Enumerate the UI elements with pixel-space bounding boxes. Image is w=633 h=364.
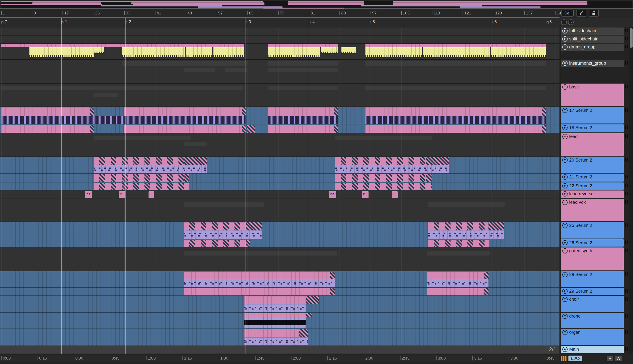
clip-segment[interactable] bbox=[366, 116, 546, 124]
track-header-drone[interactable]: ▼drone bbox=[561, 313, 624, 328]
locator-marker-2[interactable]: ▷2 bbox=[125, 19, 131, 24]
track-lane-26-serum-2[interactable] bbox=[0, 239, 560, 247]
clip-segment[interactable] bbox=[184, 272, 330, 279]
track-header-26-serum-2[interactable]: ▶26 Serum 2 bbox=[561, 239, 624, 247]
clip-segment[interactable] bbox=[484, 272, 488, 279]
vertical-scrollbar[interactable] bbox=[630, 28, 633, 354]
clip-labeled[interactable]: ir bbox=[362, 191, 368, 198]
track-lane-main[interactable] bbox=[0, 346, 560, 354]
fold-circle-icon[interactable]: ▼ bbox=[562, 223, 568, 228]
track-lane-22-serum-2[interactable] bbox=[0, 182, 560, 190]
clip-segment[interactable] bbox=[184, 174, 189, 182]
track-lane-organ[interactable] bbox=[0, 329, 560, 346]
clip-segment[interactable] bbox=[184, 157, 207, 165]
clip-segment[interactable] bbox=[184, 68, 215, 72]
arrangement-overview[interactable] bbox=[0, 0, 633, 9]
track-header-main[interactable]: ▶Main bbox=[561, 346, 624, 353]
locator-bar[interactable]: ▷7▷1▷2▷3▷4▷5▷6◁8 bbox=[0, 18, 560, 28]
clip-segment[interactable] bbox=[268, 116, 338, 124]
playback-speed-field[interactable]: 1.00x bbox=[568, 356, 582, 361]
track-lane-lead[interactable] bbox=[0, 133, 560, 156]
clip-segment[interactable] bbox=[268, 47, 320, 57]
clip-segment[interactable] bbox=[428, 222, 488, 230]
clip-segment[interactable] bbox=[427, 288, 484, 296]
clip-segment[interactable] bbox=[184, 230, 262, 239]
delete-button[interactable]: Del bbox=[561, 10, 574, 17]
clip-segment[interactable] bbox=[94, 183, 189, 190]
fold-circle-icon[interactable]: ▼ bbox=[562, 297, 568, 302]
track-header-drums-group[interactable]: ≡drums_group bbox=[561, 44, 624, 59]
clip-segment[interactable] bbox=[225, 68, 247, 72]
track-lane-18-serum-2[interactable] bbox=[0, 124, 560, 133]
clip-segment[interactable] bbox=[184, 222, 246, 230]
clip-segment[interactable] bbox=[94, 165, 207, 173]
clip-segment[interactable] bbox=[1, 107, 90, 116]
group-circle-icon[interactable]: ≡ bbox=[562, 84, 568, 90]
clip-segment[interactable] bbox=[423, 47, 490, 57]
clip-segment[interactable] bbox=[428, 202, 504, 207]
track-header-lead[interactable]: ≡lead bbox=[561, 133, 624, 156]
track-lane-drums-group[interactable] bbox=[0, 44, 560, 60]
clip-segment[interactable] bbox=[1, 44, 244, 47]
track-lane-lead-vox[interactable] bbox=[0, 199, 560, 222]
clip-segment[interactable] bbox=[124, 107, 242, 116]
clip-segment[interactable] bbox=[366, 61, 546, 66]
clip-segment[interactable] bbox=[426, 157, 449, 165]
clip-segment[interactable] bbox=[268, 86, 338, 90]
group-circle-icon[interactable]: ≡ bbox=[562, 134, 568, 139]
track-lane-bass[interactable] bbox=[0, 84, 560, 107]
play-circle-icon[interactable]: ▶ bbox=[562, 191, 568, 197]
track-header-full-sidechain[interactable]: ▶full_sidechain bbox=[561, 28, 624, 35]
clip-segment[interactable] bbox=[184, 279, 335, 287]
fold-circle-icon[interactable]: ▼ bbox=[562, 314, 568, 319]
track-header-instruments-group[interactable]: ≡instruments_group bbox=[561, 60, 624, 83]
track-header-organ[interactable]: ▼organ bbox=[561, 329, 624, 345]
clip-segment[interactable] bbox=[268, 68, 338, 72]
clip-segment[interactable] bbox=[268, 125, 334, 133]
clip-segment[interactable] bbox=[321, 47, 338, 53]
clip-segment[interactable] bbox=[213, 47, 244, 57]
clip-segment[interactable] bbox=[94, 47, 104, 53]
clip-segment[interactable] bbox=[246, 240, 250, 247]
clip-segment[interactable] bbox=[330, 272, 335, 279]
draw-mode-button[interactable] bbox=[576, 10, 586, 17]
track-lane-split-sidechain[interactable] bbox=[0, 36, 560, 44]
track-lane-lead-reverse[interactable]: insiriinsiri bbox=[0, 190, 560, 199]
clip-segment[interactable] bbox=[306, 296, 319, 304]
clip-segment[interactable] bbox=[186, 47, 212, 57]
group-circle-icon[interactable]: ≡ bbox=[562, 60, 568, 66]
track-header-lead-reverse[interactable]: ▶lead reverse bbox=[561, 190, 624, 198]
track-header-gated-synth[interactable]: ≡gated synth bbox=[561, 247, 624, 270]
clip-segment[interactable] bbox=[246, 222, 262, 230]
clip-segment[interactable] bbox=[542, 107, 546, 116]
clip-segment[interactable] bbox=[242, 125, 246, 133]
clip-segment[interactable] bbox=[334, 107, 338, 116]
track-header-28-serum-2[interactable]: ▼28 Serum 2 bbox=[561, 271, 624, 287]
clip-segment[interactable] bbox=[366, 44, 546, 47]
clip-segment[interactable] bbox=[491, 47, 546, 57]
track-lane-instruments-group[interactable] bbox=[0, 60, 560, 84]
locator-marker-5[interactable]: ▷5 bbox=[369, 19, 375, 24]
track-lane-17-serum-2[interactable] bbox=[0, 107, 560, 124]
scrollbar-thumb[interactable] bbox=[630, 28, 632, 48]
clip-segment[interactable] bbox=[184, 240, 246, 247]
clip-segment[interactable] bbox=[366, 107, 542, 116]
locator-marker-6[interactable]: ▷6 bbox=[491, 19, 497, 24]
clip-segment[interactable] bbox=[335, 165, 449, 173]
clip-segment[interactable] bbox=[428, 240, 489, 247]
play-circle-icon[interactable]: ▶ bbox=[562, 174, 568, 180]
clip-labeled[interactable]: i bbox=[392, 191, 398, 198]
play-circle-icon[interactable]: ▶ bbox=[562, 240, 568, 246]
clip-segment[interactable] bbox=[247, 125, 255, 133]
beat-time-ruler[interactable]: 1917253341495765738189971051131211291371… bbox=[0, 9, 560, 18]
track-header-18-serum-2[interactable]: ▶18 Serum 2 bbox=[561, 124, 624, 132]
locator-marker-7[interactable]: ▷7 bbox=[1, 19, 7, 24]
clip-segment[interactable] bbox=[1, 116, 246, 124]
fit-width-button[interactable]: W bbox=[615, 355, 622, 362]
clip-segment[interactable] bbox=[1, 125, 90, 133]
clip-labeled[interactable]: i bbox=[148, 191, 154, 198]
arrangement-lanes[interactable]: insiriinsiri bbox=[0, 28, 560, 354]
clip-segment[interactable] bbox=[244, 329, 299, 337]
clip-segment[interactable] bbox=[90, 107, 94, 116]
clip-labeled[interactable]: ir bbox=[119, 191, 125, 198]
